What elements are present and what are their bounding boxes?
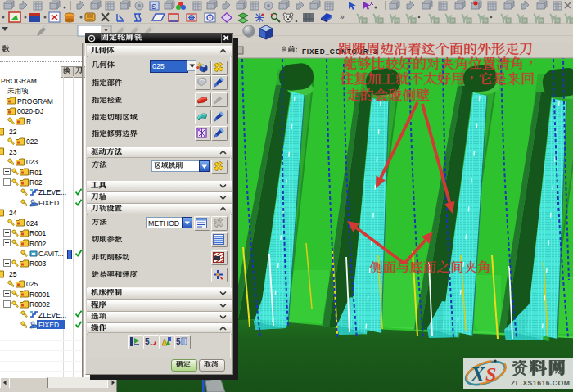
svg-text:5: 5 <box>176 337 181 346</box>
svg-text:S: S <box>151 2 156 11</box>
svg-text:X: X <box>470 363 485 386</box>
svg-text:S: S <box>485 363 496 385</box>
svg-text:»: » <box>340 12 345 21</box>
svg-text:5: 5 <box>145 337 150 346</box>
